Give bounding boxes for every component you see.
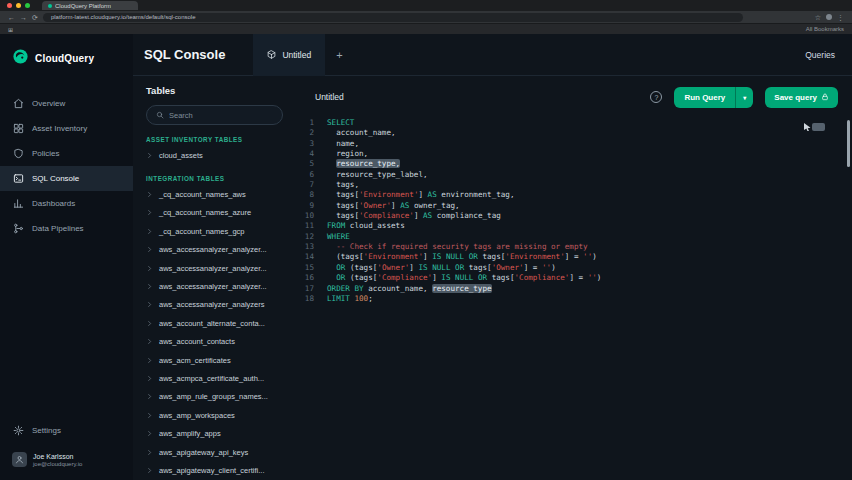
table-row[interactable]: aws_apigateway_api_keys [146,443,289,461]
code-line[interactable]: 17ORDER BY account_name, resource_type [293,284,852,294]
chevron-right-icon [146,301,153,308]
code-line-content: region, [327,149,368,159]
code-line[interactable]: 15 OR (tags['Owner'] IS NULL OR tags['Ow… [293,263,852,273]
table-row[interactable]: _cq_account_names_aws [146,185,289,203]
code-line[interactable]: 3 name, [293,139,852,149]
apps-grid-icon[interactable]: ⊞ [8,26,13,33]
queries-link[interactable]: Queries [805,50,852,60]
code-line[interactable]: 5 resource_type, [293,159,852,169]
table-row[interactable]: aws_account_contacts [146,333,289,351]
bookmark-star-icon[interactable]: ☆ [815,14,821,21]
table-row[interactable]: aws_accessanalyzer_analyzer... [146,259,289,277]
chevron-right-icon [146,283,153,290]
maximize-window-button[interactable] [25,3,30,8]
code-line[interactable]: 9 tags['Owner'] AS owner_tag, [293,201,852,211]
save-query-button[interactable]: Save query [765,87,838,108]
table-row[interactable]: aws_amp_workspaces [146,406,289,424]
code-line[interactable]: 2 account_name, [293,128,852,138]
table-name: aws_acm_certificates [159,356,231,365]
content: Tables ASSET INVENTORY TABLEScloud_asset… [133,76,852,480]
scrollbar-thumb[interactable] [847,120,850,167]
cursor-pointer-icon [804,123,811,131]
tables-search[interactable] [146,105,283,125]
forward-icon[interactable]: → [20,14,27,21]
query-tab-untitled[interactable]: Untitled [253,34,325,76]
main-area: SQL Console Untitled + Queries Tables AS… [133,34,852,480]
table-row[interactable]: aws_amplify_apps [146,424,289,442]
code-line-content: tags['Environment'] AS environment_tag, [327,190,515,200]
table-row[interactable]: aws_accessanalyzer_analyzer... [146,277,289,295]
sidebar-item-label: SQL Console [32,174,79,183]
table-name: aws_account_alternate_conta... [159,319,265,328]
user-name: Joe Karlsson [33,453,82,460]
line-number: 1 [293,118,327,128]
browser-menu-icon[interactable]: ⋮ [837,14,844,21]
code-line[interactable]: 1SELECT [293,118,852,128]
help-icon[interactable]: ? [650,91,662,103]
code-editor[interactable]: 1SELECT2 account_name,3 name,4 region,5 … [293,118,852,304]
new-tab-button[interactable]: + [325,49,353,61]
table-row[interactable]: aws_amp_rule_groups_names... [146,388,289,406]
sidebar-item-settings[interactable]: Settings [0,418,133,443]
table-row[interactable]: aws_accessanalyzer_analyzer... [146,241,289,259]
table-name: aws_apigateway_api_keys [159,448,248,457]
table-row[interactable]: cloud_assets [146,146,289,164]
browser-tab-title: CloudQuery Platform [55,3,111,9]
code-line-content: resource_type, [327,159,400,169]
back-icon[interactable]: ← [8,14,15,21]
line-number: 10 [293,211,327,221]
table-name: aws_apigateway_client_certifi... [159,466,264,475]
shield-icon [13,148,24,159]
url-text: platform-latest.cloudquery.io/teams/defa… [51,14,196,20]
line-number: 18 [293,294,327,304]
run-options-caret-icon[interactable]: ▾ [735,87,753,108]
table-row[interactable]: aws_account_alternate_conta... [146,314,289,332]
reload-icon[interactable]: ⟳ [32,14,38,21]
close-window-button[interactable] [7,3,12,8]
browser-tab[interactable]: CloudQuery Platform [42,1,138,10]
tables-panel-title: Tables [146,85,289,96]
run-query-button[interactable]: Run Query [674,93,735,102]
chevron-right-icon [146,320,153,327]
code-line[interactable]: 10 tags['Compliance'] AS compliance_tag [293,211,852,221]
code-line[interactable]: 16 OR (tags['Compliance'] IS NULL OR tag… [293,273,852,283]
all-bookmarks-link[interactable]: All Bookmarks [806,26,844,32]
sidebar-item-policies[interactable]: Policies [0,141,133,166]
code-line[interactable]: 7 tags, [293,180,852,190]
minimize-window-button[interactable] [16,3,21,8]
code-line[interactable]: 6 resource_type_label, [293,170,852,180]
cloudquery-logo-icon [12,48,29,69]
table-row[interactable]: aws_accessanalyzer_analyzers [146,296,289,314]
sidebar-item-data-pipelines[interactable]: Data Pipelines [0,216,133,241]
sidebar-item-asset-inventory[interactable]: Asset Inventory [0,116,133,141]
sidebar-item-dashboards[interactable]: Dashboards [0,191,133,216]
url-field[interactable]: platform-latest.cloudquery.io/teams/defa… [43,13,743,22]
app-header: SQL Console Untitled + Queries [133,34,852,76]
browser-toolbar-icons: ☆ ⋮ [815,14,844,21]
dashboard-icon [13,198,24,209]
code-line-content: name, [327,139,359,149]
code-line[interactable]: 8 tags['Environment'] AS environment_tag… [293,190,852,200]
table-row[interactable]: aws_acm_certificates [146,351,289,369]
code-line[interactable]: 11FROM cloud_assets [293,221,852,231]
sidebar-item-sql-console[interactable]: SQL Console [0,166,133,191]
code-line[interactable]: 4 region, [293,149,852,159]
sidebar-item-overview[interactable]: Overview [0,91,133,116]
table-row[interactable]: _cq_account_names_gcp [146,222,289,240]
code-line[interactable]: 12WHERE [293,232,852,242]
code-line[interactable]: 13 -- Check if required security tags ar… [293,242,852,252]
table-row[interactable]: aws_apigateway_client_certifi... [146,461,289,479]
search-icon [156,111,164,119]
table-row[interactable]: aws_acmpca_certificate_auth... [146,369,289,387]
browser-profile-icon[interactable] [826,14,832,20]
search-input[interactable] [169,111,273,120]
sidebar: CloudQuery OverviewAsset InventoryPolici… [0,34,133,480]
user-profile[interactable]: Joe Karlsson joe@cloudquery.io [0,443,133,475]
table-row[interactable]: _cq_account_names_azure [146,204,289,222]
code-line-content: account_name, [327,128,396,138]
brand-logo-row[interactable]: CloudQuery [0,34,133,77]
sidebar-item-label: Policies [32,149,60,158]
code-line[interactable]: 14 (tags['Environment'] IS NULL OR tags[… [293,252,852,262]
code-line[interactable]: 18LIMIT 100; [293,294,852,304]
console-icon [13,173,24,184]
